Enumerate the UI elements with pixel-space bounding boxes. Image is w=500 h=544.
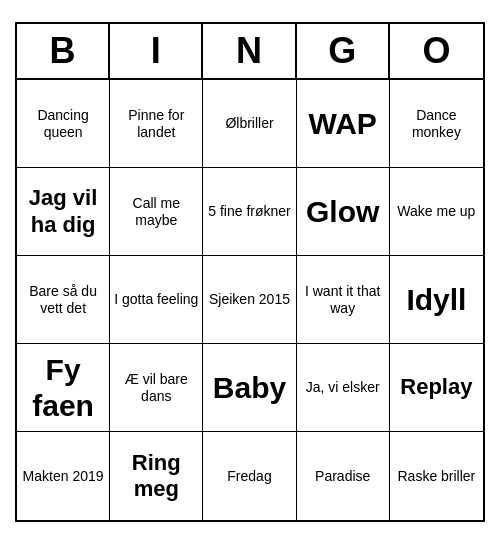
bingo-cell-3[interactable]: WAP xyxy=(297,80,390,168)
bingo-cell-7[interactable]: 5 fine frøkner xyxy=(203,168,296,256)
bingo-cell-20[interactable]: Makten 2019 xyxy=(17,432,110,520)
bingo-cell-23[interactable]: Paradise xyxy=(297,432,390,520)
header-letter-I: I xyxy=(110,24,203,78)
bingo-cell-13[interactable]: I want it that way xyxy=(297,256,390,344)
bingo-cell-2[interactable]: Ølbriller xyxy=(203,80,296,168)
bingo-cell-1[interactable]: Pinne for landet xyxy=(110,80,203,168)
bingo-cell-16[interactable]: Æ vil bare dans xyxy=(110,344,203,432)
bingo-cell-6[interactable]: Call me maybe xyxy=(110,168,203,256)
bingo-grid: Dancing queenPinne for landetØlbrillerWA… xyxy=(17,80,483,520)
bingo-cell-18[interactable]: Ja, vi elsker xyxy=(297,344,390,432)
bingo-cell-11[interactable]: I gotta feeling xyxy=(110,256,203,344)
bingo-cell-14[interactable]: Idyll xyxy=(390,256,483,344)
bingo-cell-15[interactable]: Fy faen xyxy=(17,344,110,432)
bingo-cell-9[interactable]: Wake me up xyxy=(390,168,483,256)
bingo-cell-17[interactable]: Baby xyxy=(203,344,296,432)
bingo-cell-12[interactable]: Sjeiken 2015 xyxy=(203,256,296,344)
bingo-cell-21[interactable]: Ring meg xyxy=(110,432,203,520)
bingo-cell-19[interactable]: Replay xyxy=(390,344,483,432)
bingo-cell-8[interactable]: Glow xyxy=(297,168,390,256)
bingo-cell-24[interactable]: Raske briller xyxy=(390,432,483,520)
header-letter-G: G xyxy=(297,24,390,78)
bingo-cell-5[interactable]: Jag vil ha dig xyxy=(17,168,110,256)
header-letter-B: B xyxy=(17,24,110,78)
bingo-cell-4[interactable]: Dance monkey xyxy=(390,80,483,168)
bingo-cell-10[interactable]: Bare så du vett det xyxy=(17,256,110,344)
header-letter-O: O xyxy=(390,24,483,78)
bingo-cell-22[interactable]: Fredag xyxy=(203,432,296,520)
header-letter-N: N xyxy=(203,24,296,78)
bingo-cell-0[interactable]: Dancing queen xyxy=(17,80,110,168)
bingo-card: BINGO Dancing queenPinne for landetØlbri… xyxy=(15,22,485,522)
bingo-header: BINGO xyxy=(17,24,483,80)
